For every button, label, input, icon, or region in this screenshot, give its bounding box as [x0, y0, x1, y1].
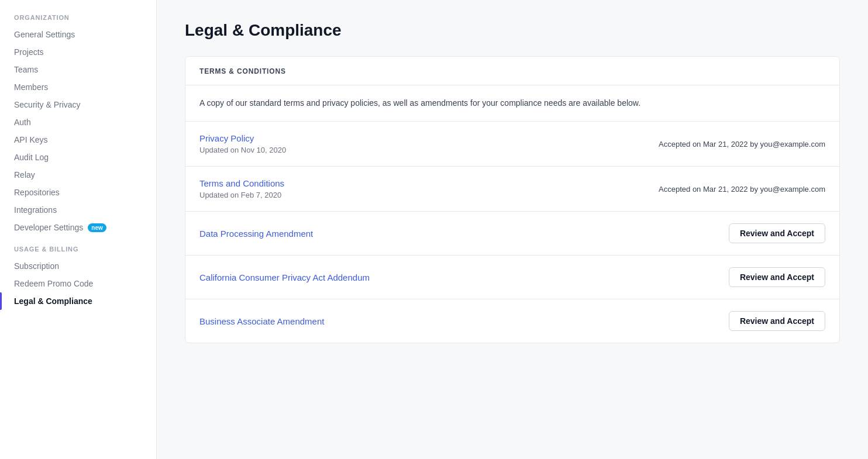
policy-left-dpa: Data Processing Amendment	[199, 229, 313, 239]
sidebar-item-teams[interactable]: Teams	[0, 61, 156, 78]
review-accept-baa-button[interactable]: Review and Accept	[729, 311, 825, 331]
policy-updated-privacy: Updated on Nov 10, 2020	[199, 146, 286, 154]
page-title: Legal & Compliance	[185, 21, 840, 40]
policy-left-ccpa: California Consumer Privacy Act Addendum	[199, 272, 370, 282]
sidebar-item-api-keys[interactable]: API Keys	[0, 131, 156, 149]
policy-link-ccpa[interactable]: California Consumer Privacy Act Addendum	[199, 272, 370, 282]
sidebar-item-legal-compliance[interactable]: Legal & Compliance	[0, 292, 156, 310]
legal-compliance-card: TERMS & CONDITIONS A copy of our standar…	[185, 56, 840, 343]
sidebar-billing-label: USAGE & BILLING	[0, 246, 156, 257]
sidebar-item-relay[interactable]: Relay	[0, 166, 156, 184]
policy-left-terms: Terms and Conditions Updated on Feb 7, 2…	[199, 178, 284, 199]
sidebar-item-redeem-promo[interactable]: Redeem Promo Code	[0, 275, 156, 292]
sidebar-org-label: ORGANIZATION	[0, 14, 156, 26]
policy-link-terms[interactable]: Terms and Conditions	[199, 178, 284, 188]
policy-link-dpa[interactable]: Data Processing Amendment	[199, 229, 313, 239]
sidebar: ORGANIZATION General Settings Projects T…	[0, 0, 157, 459]
policy-left-privacy: Privacy Policy Updated on Nov 10, 2020	[199, 133, 286, 154]
policy-row-terms: Terms and Conditions Updated on Feb 7, 2…	[185, 167, 839, 212]
policy-row-privacy-policy: Privacy Policy Updated on Nov 10, 2020 A…	[185, 122, 839, 167]
policy-link-baa[interactable]: Business Associate Amendment	[199, 316, 324, 326]
sidebar-item-developer-settings[interactable]: Developer Settings new	[0, 219, 156, 236]
policy-accepted-privacy: Accepted on Mar 21, 2022 by you@example.…	[659, 140, 825, 149]
review-accept-ccpa-button[interactable]: Review and Accept	[729, 267, 825, 287]
sidebar-item-auth[interactable]: Auth	[0, 113, 156, 131]
review-accept-dpa-button[interactable]: Review and Accept	[729, 223, 825, 243]
card-description: A copy of our standard terms and privacy…	[185, 85, 839, 122]
sidebar-item-general-settings[interactable]: General Settings	[0, 26, 156, 43]
policy-row-baa: Business Associate Amendment Review and …	[185, 299, 839, 343]
policy-row-dpa: Data Processing Amendment Review and Acc…	[185, 212, 839, 256]
sidebar-item-security-privacy[interactable]: Security & Privacy	[0, 96, 156, 113]
policy-link-privacy-policy[interactable]: Privacy Policy	[199, 133, 286, 143]
sidebar-item-integrations[interactable]: Integrations	[0, 201, 156, 219]
sidebar-item-subscription[interactable]: Subscription	[0, 257, 156, 275]
sidebar-item-members[interactable]: Members	[0, 78, 156, 96]
sidebar-item-audit-log[interactable]: Audit Log	[0, 149, 156, 166]
new-badge: new	[88, 223, 106, 232]
policy-left-baa: Business Associate Amendment	[199, 316, 324, 326]
sidebar-item-repositories[interactable]: Repositories	[0, 184, 156, 201]
policy-row-ccpa: California Consumer Privacy Act Addendum…	[185, 256, 839, 299]
card-header: TERMS & CONDITIONS	[185, 57, 839, 85]
sidebar-item-projects[interactable]: Projects	[0, 43, 156, 61]
policy-accepted-terms: Accepted on Mar 21, 2022 by you@example.…	[659, 185, 825, 194]
main-content: Legal & Compliance TERMS & CONDITIONS A …	[157, 0, 868, 459]
policy-updated-terms: Updated on Feb 7, 2020	[199, 191, 284, 199]
card-header-label: TERMS & CONDITIONS	[199, 67, 286, 75]
